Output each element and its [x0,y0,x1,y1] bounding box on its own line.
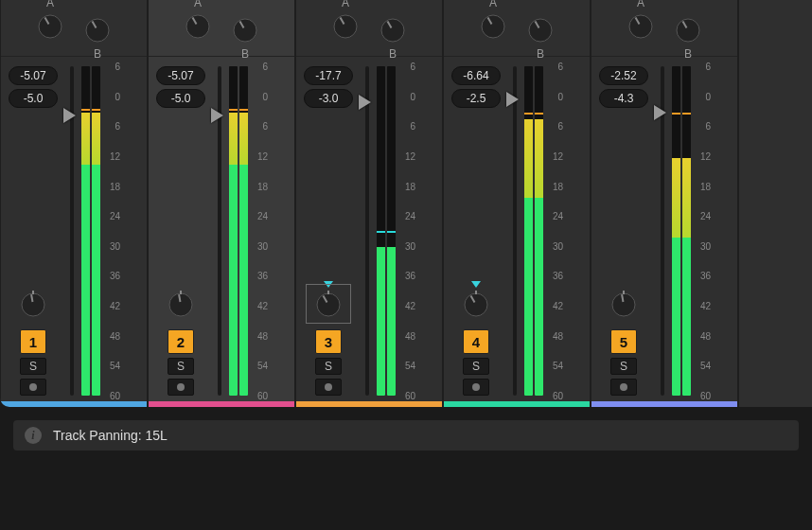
send-a-label: A [44,0,57,9]
mixer-track-1: A B -5.07 -5.0 [0,0,148,407]
scale-tick: 42 [110,301,120,311]
fader-handle-icon[interactable] [506,92,519,107]
pan-knob[interactable] [18,290,48,320]
mixer-track-4: A B -6.64 -2.5 [443,0,591,407]
volume-fader[interactable] [361,66,374,396]
gain-readout[interactable]: -4.3 [599,89,648,108]
scale-tick: 6 [557,62,563,72]
volume-fader[interactable] [213,66,226,396]
record-arm-button[interactable] [20,379,46,396]
track-activator-button[interactable]: 3 [315,329,342,354]
scale-tick: 48 [553,331,563,342]
pan-knob[interactable] [609,290,639,320]
track-overflow-area [738,0,776,407]
db-scale: 606121824303642485460 [398,66,415,396]
pan-knob[interactable] [313,290,344,320]
mixer-track-3: A B -17.7 -3.0 [295,0,443,407]
send-a-knob[interactable] [626,11,656,42]
solo-button[interactable]: S [610,358,637,375]
svg-point-21 [482,15,504,38]
send-b-label: B [681,47,695,61]
scale-tick: 48 [257,331,268,342]
send-ab-row: A B [296,0,442,57]
track-activator-button[interactable]: 2 [168,329,194,354]
solo-button[interactable]: S [315,358,342,375]
gain-readout[interactable]: -3.0 [304,89,353,108]
volume-fader[interactable] [656,66,669,396]
send-b-label: B [238,47,252,61]
svg-rect-26 [475,291,477,294]
solo-button[interactable]: S [20,358,46,375]
send-a-label: A [191,0,204,9]
scale-tick: 54 [110,361,120,371]
peak-readout[interactable]: -5.07 [156,66,205,85]
send-b-label: B [91,47,104,61]
scale-tick: 30 [405,241,415,252]
send-b-label: B [534,47,547,61]
send-a-knob[interactable] [478,11,508,42]
scale-tick: 36 [700,271,711,281]
record-dot-icon [620,383,627,391]
send-a-knob[interactable] [330,11,361,42]
track-activator-button[interactable]: 4 [463,329,489,354]
gain-readout[interactable]: -5.0 [156,89,205,108]
track-activator-button[interactable]: 5 [610,329,637,354]
solo-button[interactable]: S [168,358,194,375]
fader-handle-icon[interactable] [359,95,371,110]
send-a-knob[interactable] [183,11,213,42]
status-bar: i Track Panning: 15L [13,420,799,450]
fader-handle-icon[interactable] [63,108,76,123]
scale-tick: 60 [257,391,268,401]
track-color-bar [591,401,737,407]
send-ab-row: A B [1,0,147,57]
record-arm-button[interactable] [315,379,342,396]
peak-readout[interactable]: -5.07 [9,66,58,85]
fader-handle-icon[interactable] [211,108,223,123]
svg-point-7 [186,15,209,38]
scale-tick: 6 [115,62,120,72]
record-dot-icon [325,383,332,391]
peak-readout[interactable]: -6.64 [451,66,501,85]
send-b-knob[interactable] [673,15,703,45]
scale-tick: 30 [553,241,563,252]
scale-tick: 30 [257,241,268,252]
volume-fader[interactable] [508,66,521,396]
peak-readout[interactable]: -2.52 [599,66,648,85]
send-b-knob[interactable] [230,15,260,45]
scale-tick: 48 [110,331,120,342]
solo-button[interactable]: S [463,358,489,375]
record-dot-icon [29,383,37,391]
pan-knob[interactable] [461,290,491,320]
scale-tick: 0 [410,92,415,102]
send-ab-row: A B [149,0,294,57]
scale-tick: 42 [257,301,268,311]
mixer-track-5: A B -2.52 -4.3 [591,0,738,407]
record-arm-button[interactable] [610,379,637,396]
send-b-knob[interactable] [525,15,556,45]
track-color-bar [444,401,590,407]
svg-rect-12 [180,291,182,294]
volume-fader[interactable] [65,66,79,396]
scale-tick: 48 [405,331,415,342]
record-arm-button[interactable] [463,379,489,396]
pan-knob[interactable] [166,290,196,320]
level-meter [524,66,543,396]
send-b-knob[interactable] [378,15,408,45]
peak-readout[interactable]: -17.7 [304,66,353,85]
svg-point-30 [677,19,699,42]
fader-handle-icon[interactable] [654,105,666,120]
track-activator-button[interactable]: 1 [20,329,46,354]
track-color-bar [296,401,442,407]
svg-point-9 [234,19,256,42]
level-meter [229,66,248,396]
send-a-label: A [339,0,352,9]
scale-tick: 12 [405,151,415,162]
send-a-knob[interactable] [35,11,65,42]
svg-rect-19 [327,291,329,294]
record-arm-button[interactable] [168,379,194,396]
svg-point-23 [529,19,552,42]
send-b-knob[interactable] [82,15,113,45]
scale-tick: 18 [405,182,415,192]
gain-readout[interactable]: -2.5 [451,89,501,108]
gain-readout[interactable]: -5.0 [9,89,58,108]
